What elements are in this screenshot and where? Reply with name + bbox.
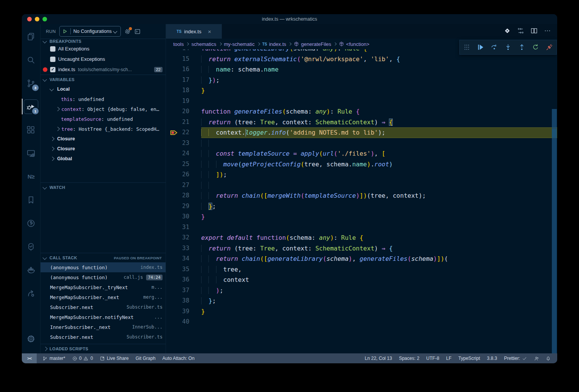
code-line-content[interactable]: context xyxy=(201,275,557,285)
checkbox[interactable] xyxy=(50,57,55,62)
debug-settings-button[interactable] xyxy=(124,28,131,35)
code-line-content[interactable]: function generateFiles(schema: any): Rul… xyxy=(201,106,557,117)
callstack-row[interactable]: MergeMapSubscriber.notifyNext... xyxy=(41,312,166,322)
breakpoint-row[interactable]: ✓index.tstools/schematics/my-sch...22 xyxy=(41,64,166,75)
breadcrumb-item-2[interactable]: schematics xyxy=(191,41,216,47)
callstack-row[interactable]: InnerSubscriber._nextInnerSub... xyxy=(41,322,166,332)
step-out-button[interactable] xyxy=(516,42,528,53)
variable-row[interactable]: templateSource: undefined xyxy=(41,114,166,124)
code-line-content[interactable]: ]); xyxy=(201,169,557,180)
variables-scope-closure[interactable]: Closure xyxy=(41,134,166,144)
callstack-row[interactable]: MergeMapSubscriber._tryNextm... xyxy=(41,282,166,292)
continue-button[interactable] xyxy=(474,42,486,53)
status-cursor-position[interactable]: Ln 22, Col 13 xyxy=(361,353,395,363)
variable-row[interactable]: tree: HostTree {_backend: ScopedH… xyxy=(41,124,166,134)
callstack-row[interactable]: (anonymous function)index.ts xyxy=(41,262,166,272)
status-prettier[interactable]: Prettier: xyxy=(501,353,530,363)
status-indentation[interactable]: Spaces: 2 xyxy=(395,353,423,363)
status-problems[interactable]: 00 xyxy=(69,353,96,363)
code-line-content[interactable] xyxy=(201,317,557,327)
status-ts-version[interactable]: 3.8.3 xyxy=(483,353,501,363)
code-line-content[interactable]: return (tree: Tree, context: SchematicCo… xyxy=(201,117,557,128)
code-line-content[interactable]: }); xyxy=(201,75,557,86)
code-line-content[interactable]: return (tree: Tree, context: SchematicCo… xyxy=(201,243,557,254)
variables-scope-local[interactable]: Local xyxy=(41,84,166,94)
breakpoint-row[interactable]: All Exceptions xyxy=(41,44,166,54)
variable-row[interactable]: context: Object {debug: false, en… xyxy=(41,104,166,114)
callstack-row[interactable]: Subscriber.nextSubscriber.ts xyxy=(41,332,166,342)
editor-action-split-editor[interactable] xyxy=(530,27,538,36)
code-line-content[interactable]: move(getProjectConfig(tree, schema.name)… xyxy=(201,159,557,170)
toolbar-drag-handle[interactable] xyxy=(460,42,473,53)
breadcrumb-item-6[interactable]: <function> xyxy=(339,41,369,47)
activity-item-remote-explorer[interactable] xyxy=(22,142,40,165)
code-line-content[interactable]: return externalSchematic('@nrwl/workspac… xyxy=(201,54,557,65)
breakpoints-header[interactable]: BREAKPOINTS xyxy=(41,39,166,44)
code-line-content[interactable]: context.logger.info('adding NOTES.md to … xyxy=(201,127,557,138)
restart-button[interactable] xyxy=(530,42,542,53)
editor-action-more-actions[interactable] xyxy=(544,27,551,36)
status-eol[interactable]: LF xyxy=(443,353,455,363)
code-line-content[interactable]: }; xyxy=(201,201,557,212)
close-window-button[interactable] xyxy=(27,17,32,21)
code-line-content[interactable]: } xyxy=(201,306,557,317)
code-line-content[interactable] xyxy=(201,96,557,107)
code-line-content[interactable] xyxy=(201,138,557,149)
watch-header[interactable]: WATCH xyxy=(41,182,166,192)
code-line-content[interactable]: export default function(schema: any): Ru… xyxy=(201,233,557,243)
tab-index-ts[interactable]: TS index.ts × xyxy=(166,24,222,39)
code-line-content[interactable] xyxy=(201,222,557,233)
activity-item-test-explorer[interactable] xyxy=(22,235,40,258)
breadcrumb-item-3[interactable]: my-schematic xyxy=(224,41,255,47)
start-debugging-icon[interactable] xyxy=(62,29,68,34)
minimize-window-button[interactable] xyxy=(35,17,39,21)
breakpoint-row[interactable]: Uncaught Exceptions xyxy=(41,54,166,64)
breadcrumb-item-4[interactable]: TSindex.ts xyxy=(262,41,286,47)
code-line-content[interactable] xyxy=(201,180,557,191)
checkbox[interactable] xyxy=(50,46,55,52)
activity-item-deploy[interactable] xyxy=(22,281,40,305)
variables-scope-global[interactable]: Global xyxy=(41,154,166,164)
close-tab-button[interactable]: × xyxy=(208,28,211,35)
variables-header[interactable]: VARIABLES xyxy=(41,75,166,84)
callstack-row[interactable]: Subscriber.nextSubscriber.ts xyxy=(41,302,166,312)
debug-console-button[interactable] xyxy=(134,28,141,35)
code-line-content[interactable]: return chain([generateLibrary(schema), g… xyxy=(201,254,557,264)
activity-item-bookmarks[interactable] xyxy=(22,188,40,211)
code-line-content[interactable]: ); xyxy=(201,285,557,296)
editor-action-run[interactable] xyxy=(504,27,511,36)
loaded-scripts-header[interactable]: LOADED SCRIPTS xyxy=(41,344,166,353)
activity-item-explorer[interactable] xyxy=(22,25,40,48)
launch-configuration-dropdown[interactable]: No Configurations xyxy=(59,26,121,37)
code-line-content[interactable]: } xyxy=(201,211,557,222)
callstack-row[interactable]: MergeMapSubscriber._nextmerg... xyxy=(41,292,166,302)
breadcrumb-item-5[interactable]: generateFiles xyxy=(294,41,331,47)
status-feedback[interactable] xyxy=(530,353,542,363)
variables-scope-closure[interactable]: Closure xyxy=(41,144,166,154)
code-editor[interactable]: 14function generateLibrary(schema: any):… xyxy=(166,49,557,353)
activity-item-source-control[interactable]: 3 xyxy=(22,72,40,95)
step-into-button[interactable] xyxy=(502,42,514,53)
status-notifications[interactable] xyxy=(542,353,554,363)
status-encoding[interactable]: UTF-8 xyxy=(423,353,443,363)
activity-item-nx-console[interactable]: N≥ xyxy=(22,165,40,188)
activity-item-git-history[interactable] xyxy=(22,211,40,235)
activity-item-settings[interactable] xyxy=(22,327,40,350)
activity-item-run-debug[interactable]: 1 xyxy=(22,95,40,118)
activity-item-extensions[interactable] xyxy=(22,118,40,142)
status-language[interactable]: TypeScript xyxy=(455,353,484,363)
callstack-row[interactable]: (anonymous function)call.js74:24 xyxy=(41,272,166,282)
code-line-content[interactable]: const templateSource = apply(url('./file… xyxy=(201,148,557,159)
step-over-button[interactable] xyxy=(488,42,500,53)
code-line-content[interactable]: } xyxy=(201,85,557,96)
call-stack-header[interactable]: CALL STACK PAUSED ON BREAKPOINT xyxy=(41,253,166,262)
remote-indicator[interactable]: >< xyxy=(22,353,37,363)
checkbox[interactable]: ✓ xyxy=(50,67,55,72)
editor-action-open-changes[interactable] xyxy=(517,27,524,36)
scrollbar-thumb[interactable] xyxy=(552,109,557,353)
activity-item-docker[interactable] xyxy=(22,258,40,281)
activity-item-search[interactable] xyxy=(22,48,40,72)
code-line-content[interactable]: tree, xyxy=(201,264,557,275)
code-line-content[interactable]: return chain([mergeWith(templateSource)]… xyxy=(201,190,557,201)
breadcrumb-item-1[interactable]: tools xyxy=(173,41,184,47)
